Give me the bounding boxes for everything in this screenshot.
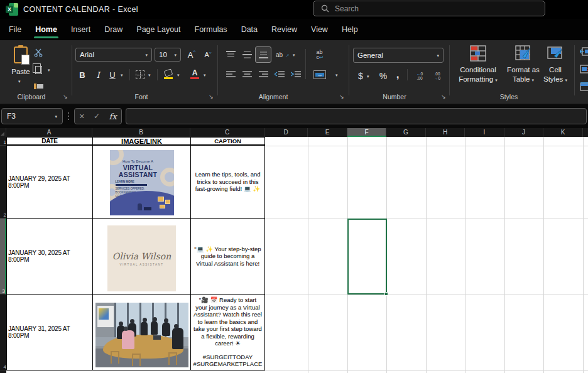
font-color-button[interactable]: A — [188, 67, 201, 82]
decrease-decimal-button[interactable]: .00→0 — [430, 69, 445, 83]
insert-cells-button[interactable] — [579, 46, 588, 57]
column-header-c[interactable]: C — [190, 128, 264, 137]
fill-color-button[interactable] — [162, 67, 175, 82]
increase-decimal-button[interactable]: ←0.00 — [412, 69, 427, 83]
orientation-chevron-icon[interactable] — [293, 53, 295, 57]
row-header-1[interactable]: 1 — [0, 137, 6, 146]
column-header-j[interactable]: J — [504, 128, 543, 137]
column-header-i[interactable]: I — [465, 128, 504, 137]
clipboard-dialog-launcher[interactable] — [62, 93, 69, 100]
cut-button[interactable] — [33, 46, 44, 58]
column-header-a[interactable]: A — [6, 128, 92, 137]
number-dialog-launcher[interactable] — [440, 93, 447, 100]
borders-chevron-icon[interactable] — [148, 73, 151, 77]
cell-date-a3[interactable]: JANUARY 30, 2025 AT 8:00PM — [7, 219, 93, 294]
wrap-text-button[interactable]: ab c↩ — [312, 46, 328, 63]
align-left-icon — [226, 71, 236, 78]
borders-button[interactable] — [134, 69, 146, 80]
tab-page-layout[interactable]: Page Layout — [129, 19, 187, 40]
cell-caption-c3[interactable]: "💻 ✨ Your step-by-step guide to becoming… — [191, 219, 265, 294]
font-name-select[interactable]: Arial — [75, 48, 152, 62]
cell-image-b2[interactable]: How To Become A VIRTUALASSISTANT LEARN M… — [93, 146, 191, 218]
tab-formulas[interactable]: Formulas — [188, 19, 234, 40]
formula-bar-row: F3 × ✓ fx — [0, 104, 588, 128]
insert-function-button[interactable]: fx — [109, 112, 117, 121]
conditional-formatting-button[interactable]: Conditional Formatting — [454, 45, 503, 84]
merge-center-button[interactable]: ↔ — [312, 69, 328, 80]
font-dialog-launcher[interactable] — [207, 93, 215, 100]
cell-caption-c4[interactable]: "🎥 📅 Ready to start your journey as a Vi… — [191, 295, 265, 370]
comma-button[interactable]: , — [393, 68, 402, 82]
font-color-chevron-icon[interactable] — [204, 73, 206, 77]
merge-chevron-icon[interactable] — [335, 73, 338, 77]
paste-label[interactable]: Paste — [5, 68, 36, 75]
font-size-select[interactable]: 10 — [155, 48, 181, 62]
paste-button[interactable] — [14, 46, 28, 63]
name-box[interactable]: F3 — [1, 108, 63, 124]
column-header-e[interactable]: E — [308, 128, 347, 137]
header-caption[interactable]: CAPTION — [191, 138, 265, 144]
tab-draw[interactable]: Draw — [97, 19, 129, 40]
underline-button[interactable]: U — [107, 68, 118, 82]
header-date[interactable]: DATE — [7, 138, 93, 144]
align-right-button[interactable] — [256, 68, 270, 82]
column-header-d[interactable]: D — [264, 128, 308, 137]
top-align-button[interactable] — [224, 48, 237, 62]
alignment-dialog-launcher[interactable] — [338, 93, 346, 100]
delete-cells-button[interactable] — [579, 64, 588, 74]
increase-font-button[interactable]: A^ — [185, 48, 199, 62]
cell-styles-button[interactable]: Cell Styles — [538, 45, 573, 84]
decrease-font-button[interactable]: A^ — [201, 48, 215, 62]
decrease-indent-button[interactable] — [273, 68, 286, 82]
fill-handle[interactable] — [384, 292, 388, 296]
tab-home[interactable]: Home — [28, 19, 64, 40]
sheet-grid[interactable]: DATE IMAGE/LINK CAPTION JANUARY 29, 2025… — [6, 137, 588, 373]
tab-view[interactable]: View — [304, 19, 335, 40]
increase-indent-button[interactable] — [289, 68, 303, 82]
bottom-align-button-selected[interactable] — [255, 46, 271, 63]
column-header-b[interactable]: B — [92, 128, 190, 137]
italic-button[interactable]: I — [92, 68, 104, 82]
cell-image-b4[interactable] — [93, 295, 191, 370]
number-format-select[interactable]: General — [353, 48, 444, 63]
tab-review[interactable]: Review — [264, 19, 304, 40]
cancel-icon[interactable]: × — [79, 111, 84, 121]
font-color-icon: A — [192, 70, 198, 77]
cell-date-a4[interactable]: JANUARY 31, 2025 AT 8:00PM — [7, 295, 93, 370]
tab-file[interactable]: File — [2, 19, 28, 40]
copy-button[interactable] — [33, 64, 44, 75]
middle-align-button[interactable] — [240, 48, 254, 62]
column-header-k[interactable]: K — [543, 128, 583, 137]
format-painter-button[interactable] — [33, 80, 44, 92]
copy-chevron-icon[interactable] — [48, 68, 50, 72]
align-left-button[interactable] — [224, 68, 237, 82]
header-image-link[interactable]: IMAGE/LINK — [93, 138, 191, 144]
align-center-button[interactable] — [240, 68, 254, 82]
cell-image-b3[interactable]: Olivia Wilson VIRTUAL ASSISTANT — [93, 219, 191, 294]
fill-color-chevron-icon[interactable] — [177, 73, 180, 77]
cell-caption-c2[interactable]: Learn the tips, tools, and tricks to suc… — [191, 146, 265, 218]
row-header-4[interactable]: 4 — [0, 295, 6, 370]
paste-chevron-icon[interactable] — [18, 79, 21, 84]
row-header-3-selected[interactable]: 3 — [0, 219, 6, 295]
column-header-h[interactable]: H — [426, 128, 465, 137]
select-all-corner[interactable] — [0, 128, 6, 137]
enter-check-icon[interactable]: ✓ — [94, 112, 100, 121]
bold-button[interactable]: B — [76, 68, 89, 82]
format-cells-button[interactable] — [579, 82, 588, 92]
currency-chevron-icon[interactable] — [367, 74, 369, 78]
formula-input[interactable] — [126, 108, 587, 124]
search-input[interactable]: Search — [313, 1, 545, 16]
currency-button[interactable]: $ — [356, 69, 366, 83]
column-header-g[interactable]: G — [386, 128, 426, 137]
column-header-f-selected[interactable]: F — [347, 128, 386, 137]
tab-help[interactable]: Help — [335, 19, 365, 40]
row-header-2[interactable]: 2 — [0, 146, 6, 219]
underline-chevron-icon[interactable] — [121, 73, 123, 77]
cell-date-a2[interactable]: JANUARY 29, 2025 AT 8:00PM — [7, 146, 93, 218]
tab-data[interactable]: Data — [234, 19, 264, 40]
orientation-button[interactable]: ab → — [275, 48, 290, 62]
tab-insert[interactable]: Insert — [64, 19, 97, 40]
selected-cell-f3[interactable] — [347, 219, 387, 295]
percent-button[interactable]: % — [377, 69, 389, 83]
